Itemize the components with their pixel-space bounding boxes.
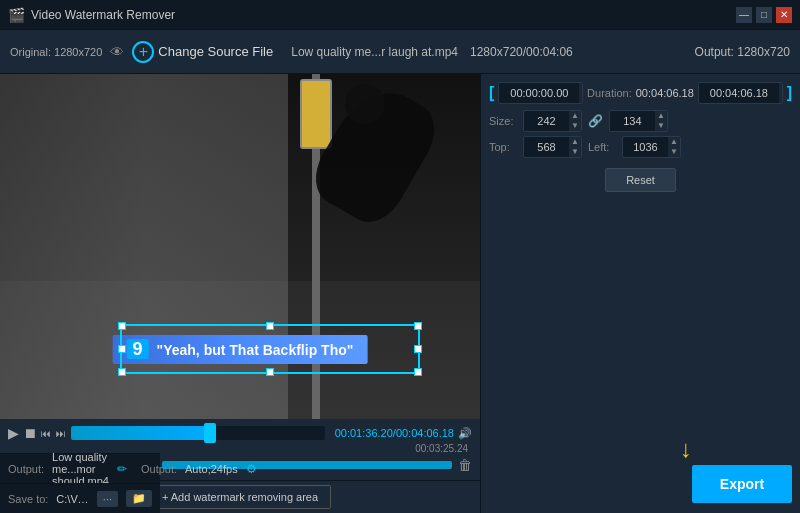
end-time-up[interactable]: ▲ bbox=[779, 83, 783, 93]
add-watermark-area-button[interactable]: + Add watermark removing area bbox=[149, 485, 331, 509]
video-area: 9 "Yeah, but That Backflip Tho" bbox=[0, 74, 480, 419]
save-to-label: Save to: bbox=[8, 493, 48, 505]
resolution-display: 1280x720/00:04:06 bbox=[470, 45, 573, 59]
maximize-button[interactable]: □ bbox=[756, 7, 772, 23]
volume-icon[interactable]: 🔊 bbox=[458, 427, 472, 440]
timeline-thumb[interactable] bbox=[204, 423, 216, 443]
end-time-down[interactable]: ▼ bbox=[779, 93, 783, 103]
toolbar: Original: 1280x720 👁 + Change Source Fil… bbox=[0, 30, 800, 74]
file-info: Low quality me...r laugh at.mp4 1280x720… bbox=[291, 45, 573, 59]
start-time-input-group: ▲ ▼ bbox=[498, 82, 583, 104]
top-spinners: ▲ ▼ bbox=[569, 137, 581, 157]
width-input[interactable] bbox=[524, 112, 569, 130]
close-button[interactable]: ✕ bbox=[776, 7, 792, 23]
delete-clip-button[interactable]: 🗑 bbox=[458, 457, 472, 473]
output-label-small: Output: bbox=[8, 463, 44, 475]
playback-controls-row: ▶ ⏹ ⏮ ⏭ 00:01:36.20/00:04:06.18 🔊 bbox=[8, 423, 472, 443]
link-icon[interactable]: 🔗 bbox=[588, 114, 603, 128]
open-folder-button[interactable]: 📁 bbox=[126, 490, 152, 507]
left-label: Left: bbox=[588, 141, 616, 153]
right-panel: [ ▲ ▼ Duration: 00:04:06.18 ▲ ▼ ] Size bbox=[480, 74, 800, 513]
duration-value: 00:04:06.18 bbox=[636, 87, 694, 99]
video-background: 9 "Yeah, but That Backflip Tho" bbox=[0, 74, 480, 419]
start-time-input[interactable] bbox=[499, 84, 579, 102]
bracket-close: ] bbox=[787, 84, 792, 102]
eye-icon[interactable]: 👁 bbox=[110, 44, 124, 60]
size-label: Size: bbox=[489, 115, 517, 127]
window-controls: — □ ✕ bbox=[736, 7, 792, 23]
duration-label: Duration: bbox=[587, 87, 632, 99]
stop-button[interactable]: ⏹ bbox=[23, 423, 37, 443]
output-settings-label: Output: bbox=[141, 463, 177, 475]
person-head bbox=[345, 84, 385, 124]
time-display: 00:01:36.20/00:04:06.18 bbox=[335, 427, 454, 439]
end-time-input[interactable] bbox=[699, 84, 779, 102]
arrow-indicator: ↓ bbox=[680, 435, 692, 463]
top-up[interactable]: ▲ bbox=[569, 137, 581, 147]
height-input[interactable] bbox=[610, 112, 655, 130]
top-label: Top: bbox=[489, 141, 517, 153]
export-button[interactable]: Export bbox=[692, 465, 792, 503]
total-time: 00:04:06.18 bbox=[396, 427, 454, 439]
street-sign bbox=[300, 79, 332, 149]
start-time-up[interactable]: ▲ bbox=[579, 83, 583, 93]
width-input-group: ▲ ▼ bbox=[523, 110, 582, 132]
timeline-progress bbox=[71, 426, 211, 440]
left-input-group: ▲ ▼ bbox=[622, 136, 681, 158]
frame-back-button[interactable]: ⏮ bbox=[41, 423, 52, 443]
left-down[interactable]: ▼ bbox=[668, 147, 680, 157]
title-bar-left: 🎬 Video Watermark Remover bbox=[8, 7, 175, 23]
minimize-button[interactable]: — bbox=[736, 7, 752, 23]
app-title: Video Watermark Remover bbox=[31, 8, 175, 22]
time-range-row: [ ▲ ▼ Duration: 00:04:06.18 ▲ ▼ ] bbox=[489, 82, 792, 104]
top-down[interactable]: ▼ bbox=[569, 147, 581, 157]
left-spinners: ▲ ▼ bbox=[668, 137, 680, 157]
position-row: Top: ▲ ▼ Left: ▲ ▼ bbox=[489, 136, 792, 158]
gear-icon[interactable]: ⚙ bbox=[246, 462, 257, 476]
height-input-group: ▲ ▼ bbox=[609, 110, 668, 132]
output-label: Output: 1280x720 bbox=[695, 45, 790, 59]
width-down[interactable]: ▼ bbox=[569, 121, 581, 131]
end-time-input-group: ▲ ▼ bbox=[698, 82, 783, 104]
change-source-button[interactable]: + Change Source File bbox=[132, 41, 273, 63]
overlay-text: "Yeah, but That Backflip Tho" bbox=[157, 342, 354, 358]
current-time: 00:01:36.20 bbox=[335, 427, 393, 439]
app-icon: 🎬 bbox=[8, 7, 25, 23]
browse-button[interactable]: ··· bbox=[97, 491, 118, 507]
top-input-group: ▲ ▼ bbox=[523, 136, 582, 158]
video-overlay-text: 9 "Yeah, but That Backflip Tho" bbox=[113, 335, 368, 364]
height-down[interactable]: ▼ bbox=[655, 121, 667, 131]
left-panel: 9 "Yeah, but That Backflip Tho" bbox=[0, 74, 480, 513]
plus-circle-icon: + bbox=[132, 41, 154, 63]
output-filename: Low quality me...mor should.mp4 bbox=[52, 451, 109, 487]
reset-button[interactable]: Reset bbox=[605, 168, 676, 192]
filename-display: Low quality me...r laugh at.mp4 bbox=[291, 45, 458, 59]
title-bar: 🎬 Video Watermark Remover — □ ✕ bbox=[0, 0, 800, 30]
timeline-wrapper bbox=[71, 426, 325, 440]
play-button[interactable]: ▶ bbox=[8, 423, 19, 443]
start-time-down[interactable]: ▼ bbox=[579, 93, 583, 103]
output-bar: Output: Low quality me...mor should.mp4 … bbox=[0, 453, 160, 483]
save-path: C:\Vidmore\Vidmore Video Converter\Video… bbox=[56, 493, 88, 505]
end-time-spinners: ▲ ▼ bbox=[779, 83, 783, 103]
left-up[interactable]: ▲ bbox=[668, 137, 680, 147]
output-settings-value: Auto;24fps bbox=[185, 463, 238, 475]
start-time-spinners: ▲ ▼ bbox=[579, 83, 583, 103]
height-spinners: ▲ ▼ bbox=[655, 111, 667, 131]
left-input[interactable] bbox=[623, 138, 668, 156]
frame-forward-button[interactable]: ⏭ bbox=[56, 423, 67, 443]
size-row: Size: ▲ ▼ 🔗 ▲ ▼ bbox=[489, 110, 792, 132]
save-bar: Save to: C:\Vidmore\Vidmore Video Conver… bbox=[0, 483, 160, 513]
top-input[interactable] bbox=[524, 138, 569, 156]
width-up[interactable]: ▲ bbox=[569, 111, 581, 121]
bracket-open: [ bbox=[489, 84, 494, 102]
change-source-label: Change Source File bbox=[158, 44, 273, 59]
height-up[interactable]: ▲ bbox=[655, 111, 667, 121]
output-info: Output: 1280x720 bbox=[695, 45, 790, 59]
timeline-bar[interactable] bbox=[71, 426, 325, 440]
overlay-number: 9 bbox=[127, 339, 149, 359]
original-label: Original: 1280x720 bbox=[10, 46, 102, 58]
edit-icon[interactable]: ✏ bbox=[117, 462, 127, 476]
width-spinners: ▲ ▼ bbox=[569, 111, 581, 131]
